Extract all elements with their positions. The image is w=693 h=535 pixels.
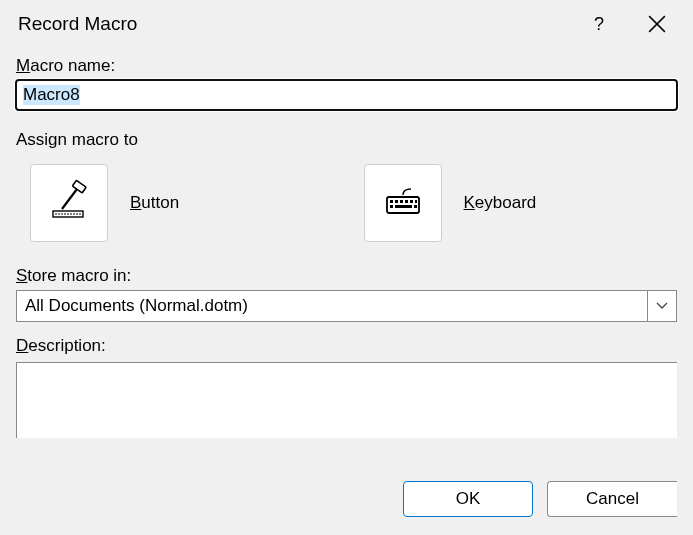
svg-rect-21 xyxy=(390,205,393,208)
dialog-content: Macro name: Assign macro to xyxy=(0,48,693,469)
assign-options: Button xyxy=(16,164,677,242)
assign-keyboard-label: Keyboard xyxy=(464,193,537,213)
hammer-icon xyxy=(47,179,91,227)
description-input[interactable] xyxy=(16,362,677,438)
svg-rect-18 xyxy=(405,200,408,203)
titlebar-controls: ? xyxy=(589,12,685,36)
store-select[interactable]: All Documents (Normal.dotm) xyxy=(16,290,677,322)
chevron-down-icon[interactable] xyxy=(647,290,677,322)
svg-line-12 xyxy=(62,189,77,209)
titlebar: Record Macro ? xyxy=(0,0,693,48)
help-icon[interactable]: ? xyxy=(589,14,609,35)
ok-button[interactable]: OK xyxy=(403,481,533,517)
svg-rect-19 xyxy=(410,200,413,203)
assign-keyboard-button[interactable] xyxy=(364,164,442,242)
svg-rect-20 xyxy=(415,200,417,203)
description-section: Description: xyxy=(16,336,677,442)
svg-rect-15 xyxy=(390,200,393,203)
assign-keyboard-option: Keyboard xyxy=(364,164,678,242)
assign-label: Assign macro to xyxy=(16,130,677,150)
svg-rect-16 xyxy=(395,200,398,203)
assign-button-label: Button xyxy=(130,193,179,213)
dialog-title: Record Macro xyxy=(18,13,589,35)
cancel-button[interactable]: Cancel xyxy=(547,481,677,517)
store-label: Store macro in: xyxy=(16,266,677,286)
record-macro-dialog: Record Macro ? Macro name: Assign macro … xyxy=(0,0,693,535)
store-section: Store macro in: All Documents (Normal.do… xyxy=(16,266,677,322)
assign-button-option: Button xyxy=(30,164,344,242)
svg-rect-22 xyxy=(395,205,412,208)
dialog-buttons: OK Cancel xyxy=(0,469,693,535)
svg-rect-23 xyxy=(414,205,417,208)
svg-rect-17 xyxy=(400,200,403,203)
store-select-value: All Documents (Normal.dotm) xyxy=(16,290,647,322)
keyboard-icon xyxy=(381,179,425,227)
assign-button-button[interactable] xyxy=(30,164,108,242)
close-icon[interactable] xyxy=(645,12,669,36)
macro-name-label: Macro name: xyxy=(16,56,677,76)
description-label: Description: xyxy=(16,336,677,356)
assign-section: Assign macro to xyxy=(16,130,677,242)
macro-name-input[interactable] xyxy=(16,80,677,110)
